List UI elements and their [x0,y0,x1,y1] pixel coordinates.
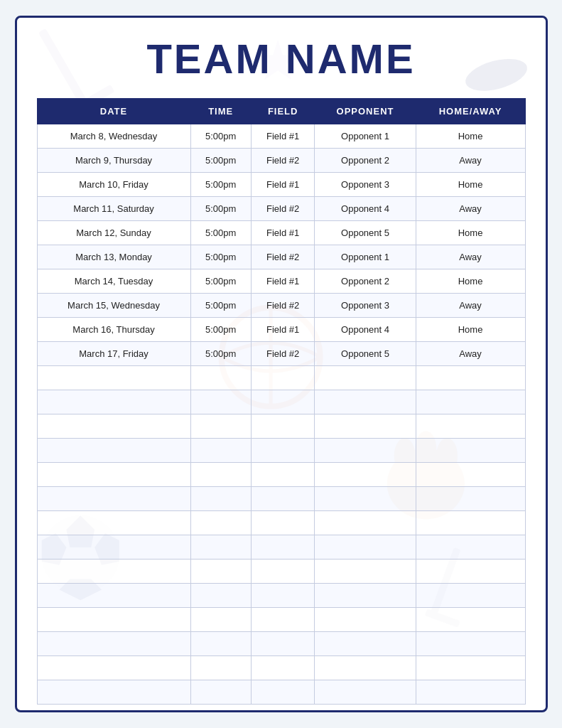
empty-cell [315,535,416,560]
cell-opponent: Opponent 3 [315,294,416,318]
cell-field: Field #1 [251,173,315,197]
cell-field: Field #1 [251,221,315,245]
cell-field: Field #2 [251,245,315,269]
empty-cell [251,463,315,487]
empty-cell [416,511,525,535]
empty-table-row [37,366,525,390]
empty-cell [251,680,315,705]
empty-cell [190,414,251,439]
empty-cell [37,511,190,535]
cell-time: 5:00pm [190,221,251,245]
empty-cell [37,487,190,511]
cell-homeaway: Home [416,269,525,294]
table-row: March 14, Tuesday5:00pmField #1Opponent … [37,269,525,294]
table-row: March 11, Saturday5:00pmField #2Opponent… [37,197,525,221]
table-row: March 16, Thursday5:00pmField #1Opponent… [37,318,525,342]
header-time: TIME [190,99,251,124]
empty-cell [315,487,416,511]
empty-cell [251,414,315,439]
cell-field: Field #1 [251,124,315,149]
cell-homeaway: Away [416,149,525,173]
page-content: TEAM NAME DATE TIME FIELD OPPONENT HOME/… [37,35,526,705]
empty-cell [315,680,416,705]
empty-table-row [37,535,525,560]
cell-opponent: Opponent 5 [315,342,416,366]
cell-opponent: Opponent 2 [315,149,416,173]
cell-date: March 10, Friday [37,173,190,197]
empty-table-row [37,656,525,680]
empty-cell [315,366,416,390]
table-row: March 17, Friday5:00pmField #2Opponent 5… [37,342,525,366]
cell-homeaway: Home [416,124,525,149]
empty-cell [190,608,251,632]
cell-date: March 16, Thursday [37,318,190,342]
empty-cell [416,632,525,656]
empty-cell [190,560,251,584]
cell-opponent: Opponent 5 [315,221,416,245]
cell-time: 5:00pm [190,294,251,318]
empty-cell [190,487,251,511]
empty-cell [190,535,251,560]
table-row: March 8, Wednesday5:00pmField #1Opponent… [37,124,525,149]
cell-time: 5:00pm [190,197,251,221]
empty-cell [37,414,190,439]
cell-opponent: Opponent 4 [315,318,416,342]
empty-cell [190,632,251,656]
table-row: March 12, Sunday5:00pmField #1Opponent 5… [37,221,525,245]
empty-table-row [37,584,525,608]
table-row: March 9, Thursday5:00pmField #2Opponent … [37,149,525,173]
empty-cell [251,535,315,560]
empty-cell [416,656,525,680]
empty-table-row [37,439,525,463]
cell-date: March 13, Monday [37,245,190,269]
cell-field: Field #1 [251,318,315,342]
cell-time: 5:00pm [190,149,251,173]
schedule-page: TEAM NAME DATE TIME FIELD OPPONENT HOME/… [15,16,548,712]
empty-cell [190,366,251,390]
table-row: March 10, Friday5:00pmField #1Opponent 3… [37,173,525,197]
empty-cell [315,560,416,584]
empty-cell [416,414,525,439]
empty-cell [315,439,416,463]
empty-cell [37,680,190,705]
empty-table-row [37,390,525,414]
empty-cell [251,390,315,414]
empty-cell [251,584,315,608]
empty-cell [416,608,525,632]
cell-field: Field #2 [251,197,315,221]
cell-opponent: Opponent 4 [315,197,416,221]
empty-table-row [37,632,525,656]
cell-homeaway: Home [416,221,525,245]
empty-cell [416,560,525,584]
table-header-row: DATE TIME FIELD OPPONENT HOME/AWAY [37,99,525,124]
cell-time: 5:00pm [190,245,251,269]
empty-cell [190,390,251,414]
empty-cell [190,511,251,535]
schedule-table: DATE TIME FIELD OPPONENT HOME/AWAY March… [37,98,526,705]
empty-cell [251,487,315,511]
cell-date: March 11, Saturday [37,197,190,221]
cell-field: Field #2 [251,149,315,173]
empty-cell [251,439,315,463]
empty-cell [37,366,190,390]
cell-time: 5:00pm [190,173,251,197]
cell-date: March 17, Friday [37,342,190,366]
empty-cell [315,390,416,414]
empty-cell [37,608,190,632]
empty-cell [190,656,251,680]
empty-cell [416,439,525,463]
empty-cell [37,560,190,584]
empty-cell [416,584,525,608]
empty-table-row [37,560,525,584]
empty-cell [315,632,416,656]
empty-cell [251,656,315,680]
empty-cell [416,390,525,414]
empty-cell [37,535,190,560]
cell-field: Field #1 [251,269,315,294]
cell-homeaway: Away [416,197,525,221]
header-date: DATE [37,99,190,124]
empty-cell [190,463,251,487]
cell-opponent: Opponent 1 [315,124,416,149]
cell-time: 5:00pm [190,269,251,294]
empty-cell [315,656,416,680]
